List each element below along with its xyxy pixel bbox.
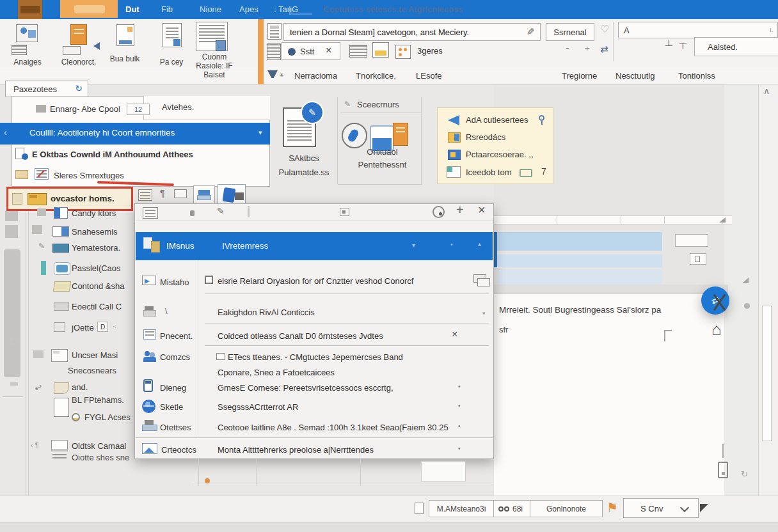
list-row-selected-3[interactable] xyxy=(497,269,662,285)
menu-row-crteoctcs[interactable]: Crteoctcs Monta Aittttehrerks preolose a… xyxy=(136,442,493,458)
assigned-dropdown[interactable]: Aaisted. xyxy=(694,37,778,56)
menu-row-precent[interactable]: Pnecent. Coidced otleass Canalt D0 örnts… xyxy=(136,327,493,347)
ribbon-button-bulk[interactable]: Bua bulk xyxy=(102,22,147,68)
status-button-3[interactable]: Gonlnonote xyxy=(530,500,603,517)
list-inline-box-2[interactable] xyxy=(690,253,706,265)
menu-pin-icon[interactable]: + xyxy=(456,203,464,217)
menu-row-highlight[interactable]: \ Eakighdon RivAl Conticcis ▾ xyxy=(136,301,493,327)
menubar-item-4[interactable]: Apes xyxy=(239,4,258,14)
left-strip-thumb-1[interactable] xyxy=(5,211,18,221)
menu-close-icon[interactable]: × xyxy=(478,203,486,217)
grid-dots-icon[interactable] xyxy=(395,45,411,59)
scroll-up-icon[interactable]: ∧ xyxy=(763,86,770,96)
left-strip-thumb-3[interactable] xyxy=(4,249,20,377)
sort-button[interactable]: Sstt × xyxy=(282,42,340,60)
scrollbar-thumb[interactable] xyxy=(762,306,772,441)
new-contact-button[interactable]: ✎ SAktbcs Pulamatde.ss xyxy=(275,97,333,180)
sidebar-item-snahesemis[interactable]: Snahesemis xyxy=(29,225,133,240)
menu-row-comzcs[interactable]: Comzcs ETecs tteanes. - CMgtuctes Jepeme… xyxy=(136,347,493,374)
scrollbar-track[interactable] xyxy=(758,84,778,522)
menubar-item-3[interactable]: Nione xyxy=(200,4,221,14)
menu-pencil-icon[interactable]: ✎ xyxy=(217,206,225,216)
menu-circle-icon[interactable] xyxy=(433,206,445,218)
tab-tregiorne[interactable]: Tregiorne xyxy=(562,71,597,81)
left-strip-thumb-2[interactable] xyxy=(5,225,18,238)
draw-circle-icon[interactable] xyxy=(342,123,367,148)
account-row-1[interactable]: Ennarg- Abe Cpool 12 xyxy=(12,97,143,121)
sort-asc-icon[interactable]: ┴ xyxy=(665,40,672,51)
back-arrow-icon xyxy=(93,42,100,50)
menu-row-dieneg[interactable]: Dieneg GmesE Comese: Pereetsvrisetcessoc… xyxy=(136,378,493,398)
account-row-selected[interactable]: ‹ Coullll: Aootilonety hi Coort emnoriti… xyxy=(0,123,270,145)
reading-pane: Mrreieit. Soutl Bugrestingeass Sal'slorz… xyxy=(494,293,724,496)
menu-grid-icon[interactable] xyxy=(143,207,158,219)
ribbon-button-custom-report[interactable]: Cuonm Rasiole: IF Baiset xyxy=(191,19,238,78)
menubar-item-2[interactable]: Fib xyxy=(161,4,173,14)
folder-yellow-icon[interactable] xyxy=(372,42,389,58)
sidebar-item-eoectil[interactable]: Eoectil Call C xyxy=(29,301,133,316)
filter-x-icon[interactable] xyxy=(711,293,728,313)
search-box[interactable]: tenien a Dornal Steam] cavetogon, anst M… xyxy=(283,23,541,41)
minus-icon[interactable]: - xyxy=(566,42,569,54)
favorites-tab[interactable]: Paxezotees ↻ xyxy=(5,81,88,97)
send-button[interactable]: Ssrnenal xyxy=(546,23,594,41)
quick-list-item-1[interactable]: AdA cutiesertees xyxy=(441,114,549,129)
view-dropdown[interactable]: S Cnv xyxy=(623,498,699,518)
menu-row-sketle[interactable]: Sketle SsegsssACrtterrot AR • xyxy=(136,398,493,418)
sidebar-item-and[interactable]: ↩ and. BL FPtehams. xyxy=(29,381,133,408)
menubar-item-file[interactable]: Dut xyxy=(125,4,139,14)
swap-icon[interactable]: ⇄ xyxy=(600,43,608,55)
tab-lesofe[interactable]: LEsofe xyxy=(416,71,441,81)
status-button-2[interactable]: 68i xyxy=(493,500,530,517)
sidebar-item-passlel[interactable]: Passlel(Caos xyxy=(29,261,133,278)
sidebar-item-uncser[interactable]: Uncser Masi Snecosnears xyxy=(29,349,133,376)
flag-pole-icon[interactable]: ┬ xyxy=(679,37,687,48)
chevron-down-icon[interactable]: ▾ xyxy=(258,129,262,137)
status-button-1[interactable]: M.AMsteano3i xyxy=(429,500,494,517)
close-icon[interactable]: × xyxy=(326,45,331,56)
heart-icon[interactable]: ♡ xyxy=(600,23,609,35)
ribbon-button-analyze[interactable]: Anaiges xyxy=(6,22,49,68)
checkbox[interactable] xyxy=(205,276,213,284)
tab-tnorkclice[interactable]: Tnorkclice. xyxy=(356,71,396,81)
status-flag-icon[interactable]: ⚑ xyxy=(607,500,618,515)
quick-list-item-4[interactable]: Iceedob tom 7 xyxy=(441,165,549,182)
home-icon[interactable]: ⌂ xyxy=(711,320,722,340)
divide-icon[interactable]: + xyxy=(585,43,590,53)
quick-list-item-3[interactable]: Pctaarcesoerae. ,, xyxy=(441,148,549,164)
quick-list-item-2[interactable]: Rsreodács xyxy=(441,131,549,146)
ribbon-button-pacey[interactable]: Pa cey xyxy=(152,22,191,68)
list-icon[interactable] xyxy=(267,43,281,60)
close-icon[interactable]: × xyxy=(452,329,457,340)
view-lines-icon[interactable] xyxy=(349,45,367,58)
address-input[interactable]: A ı. xyxy=(618,22,778,38)
beige-tag-icon xyxy=(54,382,69,394)
tab-tontionlss[interactable]: Tontionlss xyxy=(678,71,715,81)
flag-tag-icon[interactable] xyxy=(174,189,187,198)
list-row-selected-2[interactable] xyxy=(497,254,662,267)
column-header-strip[interactable] xyxy=(494,215,732,224)
sidebar-item-yematestora[interactable]: ✎ Yematestora. xyxy=(29,242,133,257)
refresh-icon[interactable]: ↻ xyxy=(75,83,83,93)
sidebar-item-contond[interactable]: Contond &sha xyxy=(29,280,133,295)
menu-row-mistaho[interactable]: Mistaho eisrie Reiard Oryasion for orf C… xyxy=(136,268,493,296)
list-inline-box-1[interactable] xyxy=(675,234,708,247)
list-row-selected-1[interactable] xyxy=(497,232,662,251)
menu-small-box-icon[interactable] xyxy=(340,208,349,216)
selected-tool-button[interactable] xyxy=(218,184,246,206)
sidebar-item-candy[interactable]: Candy ktors xyxy=(29,207,133,223)
account-row-3[interactable]: E Oktbas Cownld iM Anthouumd Atthees xyxy=(12,145,270,165)
menu-row-selected[interactable]: IMsnus IVretemress ▾ • ▴ xyxy=(136,232,493,260)
sidebar-item-joette[interactable]: jOette D ⁖ xyxy=(29,321,133,336)
tab-nesctuutlg[interactable]: Nesctuutlg xyxy=(615,71,655,81)
message-lines-icon[interactable] xyxy=(267,23,282,40)
sidebar-item-oldtsk[interactable]: ‹ ¶ Oldtsk Camaal Oiotte shes sne xyxy=(29,439,133,465)
app-icon[interactable] xyxy=(18,0,42,19)
sidebar-item-fygl[interactable]: FYGL Acses xyxy=(29,412,133,426)
paragraph-icon[interactable]: ¶ xyxy=(160,188,165,198)
app-icon-secondary[interactable] xyxy=(60,0,118,18)
calendar-grid-icon[interactable] xyxy=(138,189,152,201)
envelope-icon xyxy=(142,276,156,285)
tab-nerracioma[interactable]: Nerracioma xyxy=(294,71,337,81)
menu-row-otettses[interactable]: Otettses Ceotooe laitline A8e . Semad :1… xyxy=(136,419,493,437)
